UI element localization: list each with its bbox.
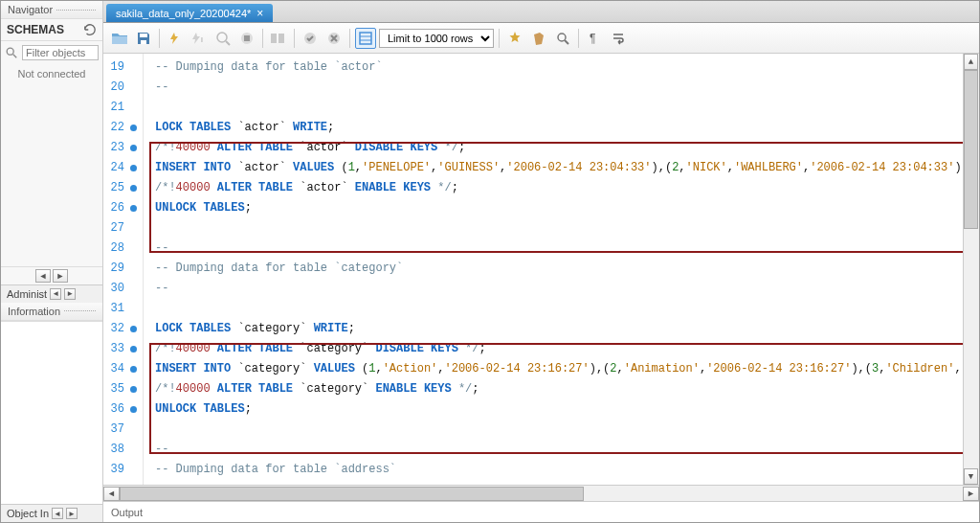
h-scroll-track[interactable] — [120, 487, 963, 501]
code-line[interactable]: UNLOCK TABLES; — [155, 198, 963, 218]
scroll-left-button[interactable]: ◄ — [35, 269, 51, 283]
gutter-row[interactable]: 28 — [103, 239, 143, 259]
line-number: 36 — [103, 399, 124, 420]
scroll-left-button[interactable]: ◄ — [103, 487, 120, 501]
editor-tab[interactable]: sakila_data_only_20200424* × — [106, 4, 273, 22]
gutter-row[interactable]: 30 — [103, 279, 143, 299]
svg-line-6 — [226, 41, 230, 45]
code-line[interactable]: -- — [155, 440, 963, 460]
horizontal-scrollbar[interactable]: ◄ ► — [103, 485, 979, 501]
beautify-button[interactable] — [504, 28, 525, 49]
left-panel: Navigator SCHEMAS Not connected ◄ ► Admi… — [1, 1, 103, 522]
breakpoint-marker-icon[interactable] — [130, 386, 137, 393]
execute-current-button[interactable]: I — [189, 28, 210, 49]
code-line[interactable]: INSERT INTO `actor` VALUES (1,'PENELOPE'… — [155, 158, 963, 178]
svg-rect-9 — [271, 34, 277, 43]
code-line[interactable]: -- — [155, 239, 963, 259]
gutter-row[interactable]: 24 — [103, 158, 143, 178]
breakpoint-marker-icon[interactable] — [130, 165, 137, 171]
schemas-label: SCHEMAS — [7, 23, 64, 36]
code-line[interactable] — [155, 299, 963, 319]
breakpoint-marker-icon[interactable] — [130, 406, 137, 413]
breakpoint-marker-icon[interactable] — [130, 185, 137, 192]
scroll-up-button[interactable]: ▲ — [964, 54, 978, 70]
code-line[interactable] — [155, 218, 963, 239]
gutter-row[interactable]: 37 — [103, 420, 143, 440]
code-editor[interactable]: 1920212223242526272829303132333435363738… — [103, 54, 979, 485]
row-limit-select[interactable]: Limit to 1000 rows — [379, 29, 494, 48]
left-arrow-icon[interactable]: ◄ — [52, 508, 63, 519]
gutter-row[interactable]: 20 — [103, 78, 143, 98]
commit-button[interactable] — [300, 28, 321, 49]
gutter-row[interactable]: 19 — [103, 57, 143, 78]
code-line[interactable]: /*!40000 ALTER TABLE `actor` DISABLE KEY… — [155, 138, 963, 158]
object-info-tab[interactable]: Object In ◄ ► — [1, 504, 102, 522]
code-line[interactable] — [155, 420, 963, 440]
execute-button[interactable] — [165, 28, 186, 49]
toggle-wrap-button[interactable] — [608, 28, 629, 49]
code-line[interactable]: /*!40000 ALTER TABLE `category` DISABLE … — [155, 339, 963, 359]
gutter-row[interactable]: 31 — [103, 299, 143, 319]
scroll-right-button[interactable]: ► — [963, 487, 979, 501]
gutter-row[interactable]: 23 — [103, 138, 143, 158]
gutter-row[interactable]: 32 — [103, 319, 143, 339]
breakpoint-marker-icon[interactable] — [130, 346, 137, 352]
svg-line-17 — [565, 40, 568, 44]
stop-button[interactable] — [236, 28, 257, 49]
open-file-button[interactable] — [109, 28, 130, 49]
find-button[interactable] — [528, 28, 549, 49]
code-line[interactable]: /*!40000 ALTER TABLE `category` ENABLE K… — [155, 379, 963, 399]
gutter-row[interactable]: 26 — [103, 198, 143, 218]
left-arrow-icon[interactable]: ◄ — [50, 288, 61, 300]
breakpoint-marker-icon[interactable] — [130, 326, 137, 332]
line-number: 32 — [103, 319, 124, 339]
gutter-row[interactable]: 36 — [103, 399, 143, 420]
right-arrow-icon[interactable]: ► — [64, 288, 76, 300]
search-button[interactable] — [552, 28, 573, 49]
code-line[interactable]: INSERT INTO `category` VALUES (1,'Action… — [155, 359, 963, 379]
gutter-row[interactable]: 25 — [103, 178, 143, 198]
gutter-row[interactable]: 22 — [103, 118, 143, 138]
code-body[interactable]: -- Dumping data for table `actor`--LOCK … — [144, 54, 963, 485]
code-line[interactable]: -- Dumping data for table `address` — [155, 460, 963, 480]
code-line[interactable] — [155, 98, 963, 118]
v-scroll-track[interactable] — [964, 70, 979, 468]
code-line[interactable]: -- — [155, 78, 963, 98]
scroll-right-button[interactable]: ► — [53, 269, 68, 283]
toggle-limit-button[interactable] — [355, 28, 376, 49]
code-line[interactable]: LOCK TABLES `actor` WRITE; — [155, 118, 963, 138]
gutter-row[interactable]: 34 — [103, 359, 143, 379]
gutter-row[interactable]: 29 — [103, 259, 143, 279]
breakpoint-marker-icon[interactable] — [130, 125, 137, 131]
gutter-row[interactable]: 39 — [103, 460, 143, 480]
toolbar-separator — [159, 29, 160, 48]
breakpoint-marker-icon[interactable] — [130, 366, 137, 373]
right-arrow-icon[interactable]: ► — [66, 508, 78, 519]
administration-tab[interactable]: Administ ◄ ► — [1, 284, 102, 303]
toggle-invisible-button[interactable]: ¶ — [584, 28, 605, 49]
breakpoint-marker-icon[interactable] — [130, 205, 137, 212]
code-line[interactable]: -- — [155, 279, 963, 299]
vertical-scrollbar[interactable]: ▲ ▼ — [963, 54, 979, 485]
code-line[interactable]: -- Dumping data for table `actor` — [155, 57, 963, 78]
v-scroll-thumb[interactable] — [964, 70, 978, 229]
save-file-button[interactable] — [133, 28, 154, 49]
breakpoint-marker-icon[interactable] — [130, 145, 137, 151]
refresh-icon[interactable] — [83, 23, 97, 36]
gutter-row[interactable]: 38 — [103, 440, 143, 460]
close-icon[interactable]: × — [256, 7, 263, 20]
gutter-row[interactable]: 21 — [103, 98, 143, 118]
gutter-row[interactable]: 33 — [103, 339, 143, 359]
filter-objects-input[interactable] — [22, 45, 99, 60]
scroll-down-button[interactable]: ▼ — [964, 468, 978, 485]
h-scroll-thumb[interactable] — [120, 487, 584, 501]
code-line[interactable]: -- Dumping data for table `category` — [155, 259, 963, 279]
toggle-autocommit-button[interactable] — [268, 28, 289, 49]
gutter-row[interactable]: 27 — [103, 218, 143, 239]
gutter-row[interactable]: 35 — [103, 379, 143, 399]
code-line[interactable]: UNLOCK TABLES; — [155, 399, 963, 420]
code-line[interactable]: LOCK TABLES `category` WRITE; — [155, 319, 963, 339]
explain-button[interactable] — [212, 28, 234, 49]
code-line[interactable]: /*!40000 ALTER TABLE `actor` ENABLE KEYS… — [155, 178, 963, 198]
rollback-button[interactable] — [323, 28, 345, 49]
